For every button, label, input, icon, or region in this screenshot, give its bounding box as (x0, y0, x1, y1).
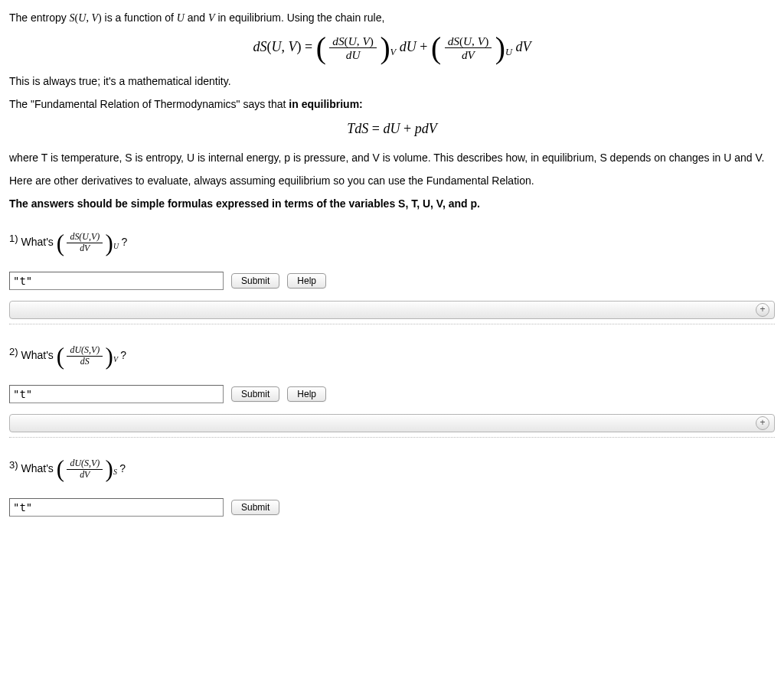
answer-input-3[interactable] (9, 498, 224, 517)
intro-line-6: The answers should be simple formulas ex… (9, 197, 775, 212)
equation-chain-rule: dS(U, V) = ( dS(U, V)dU )V dU + ( dS(U, … (9, 35, 775, 61)
help-button[interactable]: Help (287, 273, 326, 288)
submit-button[interactable]: Submit (231, 386, 279, 402)
answer-input-1[interactable] (9, 272, 224, 290)
separator (9, 437, 775, 438)
answer-input-2[interactable] (9, 385, 224, 403)
question-prompt: What's (21, 461, 53, 474)
expand-bar[interactable]: + (9, 301, 775, 319)
question-number: 3) (9, 459, 18, 471)
help-button[interactable]: Help (287, 386, 326, 402)
question-number: 2) (9, 346, 18, 357)
plus-icon[interactable]: + (756, 303, 769, 317)
intro-line-1: The entropy S(U, V) is a function of U a… (9, 11, 775, 26)
intro-line-2: This is always true; it's a mathematical… (9, 74, 775, 90)
intro-line-4: where T is temperature, S is entropy, U … (9, 151, 775, 166)
plus-icon[interactable]: + (756, 416, 769, 430)
question-3: 3) What's ( dU(S,V)dV )S ? Submit (9, 459, 775, 517)
question-number: 1) (9, 233, 18, 244)
intro-line-3: The "Fundamental Relation of Thermodynam… (9, 97, 775, 112)
question-2: 2) What's ( dU(S,V)dS )V ? Submit Help + (9, 346, 775, 438)
intro-line-5: Here are other derivatives to evaluate, … (9, 174, 775, 189)
question-prompt: What's (21, 236, 53, 248)
expand-bar[interactable]: + (9, 414, 775, 432)
submit-button[interactable]: Submit (231, 500, 279, 515)
question-1: 1) What's ( dS(U,V)dV )U ? Submit Help + (9, 233, 775, 324)
separator (9, 324, 775, 324)
submit-button[interactable]: Submit (231, 273, 279, 288)
question-prompt: What's (21, 349, 53, 361)
equation-fundamental: TdS = dU + pdV (9, 121, 775, 137)
